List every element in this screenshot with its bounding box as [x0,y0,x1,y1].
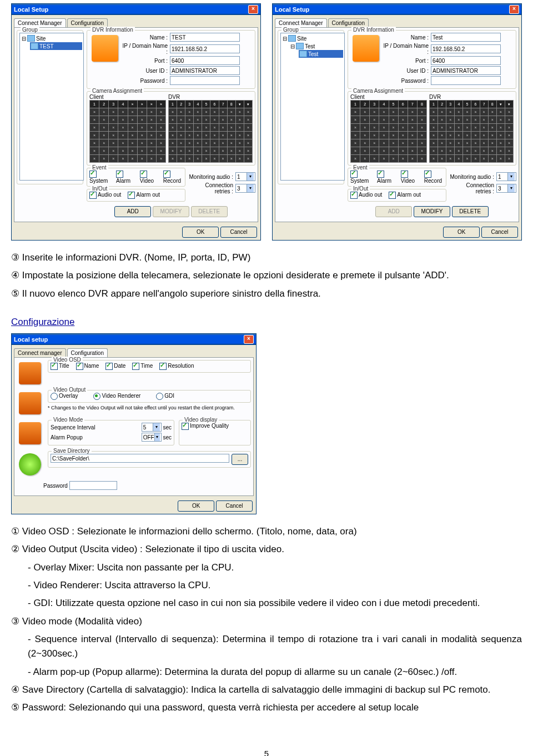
system-checkbox[interactable]: System [89,171,109,184]
page-number: 5 [11,749,522,756]
video-checkbox[interactable]: Video [140,171,157,184]
user-field[interactable] [170,66,240,75]
local-setup-dialog-right: Local Setup × Connect Manager Configurat… [272,3,522,241]
add-button[interactable]: ADD [114,206,151,217]
system-checkbox[interactable]: System [350,171,370,184]
dvr-cam-table[interactable]: 12345678▾▾××××××××××××××××××××××××××××××… [429,100,514,163]
folder-icon [27,35,35,42]
title-checkbox[interactable]: Title [51,363,69,370]
cancel-button[interactable]: Cancel [216,500,253,512]
ip-field[interactable] [170,44,240,53]
port-field[interactable] [431,56,501,65]
local-setup-dialog-left: Local Setup × Connect Manager Configurat… [11,3,261,241]
connection-retries-select[interactable]: 3▾ [496,184,516,193]
alarm-out-checkbox[interactable]: Alarm out [389,192,421,199]
local-setup-config-dialog: Local setup × Connect manager Configurat… [11,333,257,514]
port-field[interactable] [170,56,240,65]
window-title: Local setup [14,336,244,343]
password-field[interactable] [431,76,501,85]
tab-configuration[interactable]: Configuration [67,18,108,27]
chevron-down-icon: ▾ [247,184,254,192]
connection-retries-select[interactable]: 3▾ [235,184,255,193]
name-field[interactable] [170,33,240,42]
chevron-down-icon: ▾ [507,173,515,181]
chevron-down-icon: ▾ [154,433,160,441]
cancel-button[interactable]: Cancel [481,227,518,238]
date-checkbox[interactable]: Date [105,363,125,370]
user-field[interactable] [431,66,501,75]
video-checkbox[interactable]: Video [401,171,418,184]
ok-button[interactable]: OK [182,227,219,238]
audio-out-checkbox[interactable]: Audio out [350,192,382,199]
window-title: Local Setup [275,6,509,13]
delete-button[interactable]: DELETE [191,206,228,217]
folder-icon [288,35,296,42]
tab-connect-manager[interactable]: Connect Manager [14,18,66,27]
client-cam-table[interactable]: 12345678××××××××××××××××××××××××××××××××… [350,100,427,163]
titlebar: Local setup × [12,334,256,345]
alarm-popup-select[interactable]: OFF▾ [142,433,162,442]
group-label: DVR Information [90,27,135,33]
tab-connect-manager[interactable]: Connect manager [14,348,66,357]
monitoring-audio-select[interactable]: 1▾ [235,172,255,181]
close-icon[interactable]: × [509,5,519,14]
site-tree[interactable]: ⊟Site TEST [19,33,84,181]
video-renderer-radio[interactable]: Video Renderer [93,393,140,400]
disc-icon [19,453,41,475]
resolution-checkbox[interactable]: Resolution [159,363,194,370]
time-checkbox[interactable]: Time [132,363,153,370]
dvr-cam-table[interactable]: 12345678▾▾××××××××××××××××××××××××××××××… [168,100,253,163]
chevron-down-icon: ▾ [507,184,515,192]
ok-button[interactable]: OK [443,227,480,238]
gdi-radio[interactable]: GDI [156,393,174,400]
improve-quality-checkbox[interactable]: Improve Quality [182,423,229,429]
tab-configuration[interactable]: Configuration [67,348,108,357]
monitor-icon [19,362,41,384]
dvr-icon [31,43,38,49]
dvr-icon [92,35,118,62]
description-text: ① Video OSD : Selezionate le informazion… [11,524,522,715]
sequence-interval-select[interactable]: 5▾ [142,423,162,432]
titlebar: Local Setup × [273,4,521,15]
dvr-icon [296,43,304,49]
dvr-icon [353,35,379,62]
chevron-down-icon: ▾ [247,173,254,181]
monitoring-audio-select[interactable]: 1▾ [496,172,516,181]
name-field[interactable] [431,33,501,42]
save-directory-field[interactable] [51,454,229,463]
section-title: Configurazione [11,317,522,328]
close-icon[interactable]: × [248,5,258,14]
dvr-icon [299,51,307,57]
add-button[interactable]: ADD [375,206,412,217]
monitor-icon [19,392,41,414]
browse-button[interactable]: ... [232,454,248,465]
tab-connect-manager[interactable]: Connect Manager [275,18,327,27]
password-field[interactable] [170,76,240,85]
monitor-icon [19,422,41,444]
chevron-down-icon: ▾ [153,423,160,431]
ok-button[interactable]: OK [178,500,214,512]
alarm-out-checkbox[interactable]: Alarm out [128,192,160,199]
cancel-button[interactable]: Cancel [220,227,257,238]
group-label: Group [21,27,39,33]
delete-button[interactable]: DELETE [452,206,489,217]
tab-configuration[interactable]: Configuration [328,18,369,27]
overlay-radio[interactable]: Overlay [51,393,78,400]
titlebar: Local Setup × [12,4,260,15]
ip-field[interactable] [431,44,501,53]
close-icon[interactable]: × [244,335,254,344]
password-field[interactable] [69,481,117,490]
record-checkbox[interactable]: Record [163,171,183,184]
group-label: Camera Assignment [90,88,144,94]
name-checkbox[interactable]: Name [76,363,99,370]
client-cam-table[interactable]: 1234××××××××××××××××××××××××××××××××××××… [89,100,166,163]
modify-button[interactable]: MODIFY [414,206,450,217]
site-tree[interactable]: ⊟Site ⊟Test Test [280,33,345,181]
instructions-text: ③ Inserite le informazioni DVR. (Nome, I… [11,251,522,301]
alarm-checkbox[interactable]: Alarm [116,171,133,184]
audio-out-checkbox[interactable]: Audio out [89,192,121,199]
modify-button[interactable]: MODIFY [153,206,189,217]
window-title: Local Setup [14,6,248,13]
alarm-checkbox[interactable]: Alarm [377,171,394,184]
record-checkbox[interactable]: Record [424,171,444,184]
